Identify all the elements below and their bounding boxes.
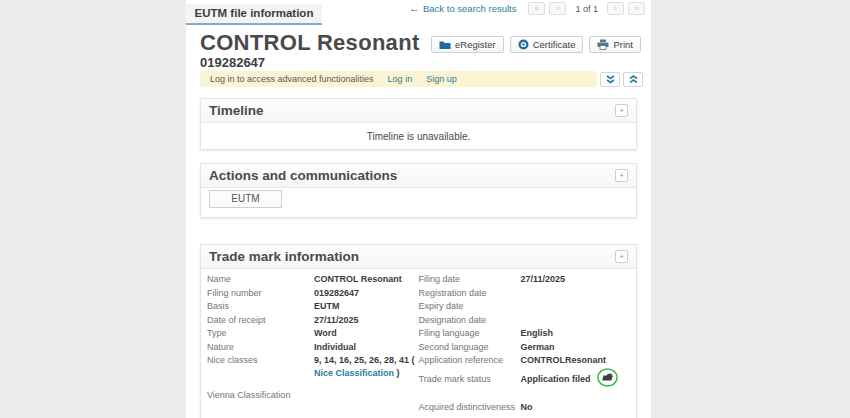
back-arrow-icon: ← (409, 4, 420, 13)
print-button[interactable]: Print (589, 36, 641, 53)
print-label: Print (613, 39, 633, 50)
actions-section: Actions and communications + EUTM (200, 163, 637, 218)
double-chevron-down-icon (606, 72, 615, 87)
actions-header: Actions and communications + (201, 164, 636, 188)
field-expiry-date: Expiry date (419, 300, 631, 313)
trademark-toggle-button[interactable]: + (615, 250, 628, 263)
tab-eutm[interactable]: EUTM (209, 190, 282, 208)
expand-all-button[interactable] (623, 72, 643, 87)
field-acquired-distinctiveness: Acquired distinctiveness No (419, 401, 631, 414)
last-result-button[interactable]: » (628, 2, 645, 15)
trademark-body: Name CONTROL Resonant Filing number 0192… (201, 269, 636, 418)
back-link-label: Back to search results (423, 3, 516, 14)
previous-result-button[interactable]: ‹ (549, 2, 566, 15)
pagination-status: 1 of 1 (575, 4, 598, 14)
page-header: CONTROL Resonant 019282647 eRegister Cer… (200, 30, 637, 70)
folder-icon (439, 40, 451, 50)
actions-body: EUTM (201, 188, 636, 217)
certificate-button[interactable]: Certificate (510, 36, 584, 53)
field-type: Type Word (207, 327, 419, 340)
trademark-right-column: Filing date 27/11/2025 Registration date… (419, 273, 631, 414)
filing-number-heading: 019282647 (200, 55, 637, 70)
field-trademark-status: Trade mark status Application filed (419, 368, 631, 391)
login-row: Log in to access advanced functionalitie… (200, 71, 637, 87)
login-banner: Log in to access advanced functionalitie… (200, 71, 597, 87)
next-result-button[interactable]: › (607, 2, 624, 15)
timeline-header: Timeline + (201, 99, 636, 123)
trademark-left-column: Name CONTROL Resonant Filing number 0192… (207, 273, 419, 414)
field-filing-number: Filing number 019282647 (207, 287, 419, 300)
results-navigation: ← Back to search results « ‹ 1 of 1 › » (409, 2, 645, 15)
back-to-search-results-link[interactable]: ← Back to search results (409, 3, 516, 14)
field-second-language: Second language German (419, 341, 631, 354)
timeline-toggle-button[interactable]: + (615, 104, 628, 117)
login-message: Log in to access advanced functionalitie… (210, 74, 374, 84)
trademark-header: Trade mark information + (201, 245, 636, 269)
field-vienna-classification: Vienna Classification (207, 389, 419, 402)
main-content: EUTM file information ← Back to search r… (186, 0, 651, 418)
nice-classification-link[interactable]: Nice Classification (314, 368, 394, 378)
eregister-label: eRegister (455, 39, 496, 50)
actions-toggle-button[interactable]: + (615, 169, 628, 182)
field-registration-date: Registration date (419, 287, 631, 300)
top-bar: EUTM file information ← Back to search r… (200, 0, 637, 25)
double-chevron-up-icon (629, 72, 638, 87)
tab-eutm-file-information[interactable]: EUTM file information (186, 4, 322, 25)
trademark-section: Trade mark information + Name CONTROL Re… (200, 244, 637, 418)
trademark-title: Trade mark information (209, 249, 359, 264)
field-nature: Nature Individual (207, 341, 419, 354)
field-basis: Basis EUTM (207, 300, 419, 313)
nice-classes-value: 9, 14, 16, 25, 26, 28, 41 ( (314, 355, 415, 365)
field-designation-date: Designation date (419, 314, 631, 327)
actions-title: Actions and communications (209, 168, 397, 183)
timeline-section: Timeline + Timeline is unavailable. (200, 98, 637, 150)
first-result-button[interactable]: « (528, 2, 545, 15)
field-filing-language: Filing language English (419, 327, 631, 340)
collapse-all-button[interactable] (600, 72, 620, 87)
eregister-button[interactable]: eRegister (431, 36, 504, 53)
application-filed-status-icon (597, 368, 618, 391)
certificate-icon (518, 39, 529, 50)
log-in-link[interactable]: Log in (388, 74, 413, 84)
header-actions: eRegister Certificate Print (431, 36, 641, 53)
field-nice-classes: Nice classes 9, 14, 16, 25, 26, 28, 41 (… (207, 354, 419, 380)
timeline-empty-message: Timeline is unavailable. (201, 123, 636, 149)
sign-up-link[interactable]: Sign up (426, 74, 457, 84)
printer-icon (597, 39, 609, 50)
field-application-reference: Application reference CONTROLResonant (419, 354, 631, 367)
field-filing-date: Filing date 27/11/2025 (419, 273, 631, 286)
field-name: Name CONTROL Resonant (207, 273, 419, 286)
field-date-of-receipt: Date of receipt 27/11/2025 (207, 314, 419, 327)
timeline-title: Timeline (209, 103, 264, 118)
fold-controls (600, 72, 643, 87)
certificate-label: Certificate (533, 39, 576, 50)
